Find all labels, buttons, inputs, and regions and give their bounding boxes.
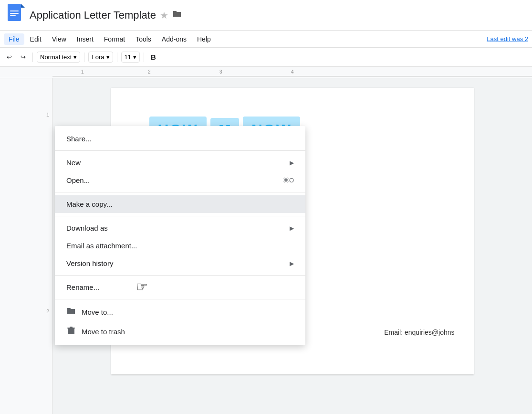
trash-icon [66,326,76,337]
dropdown-move-to[interactable]: Move to... [55,302,305,321]
doc-title[interactable]: Application Letter Template [30,9,156,21]
svg-rect-4 [10,15,16,16]
font-size-chevron: ▾ [133,53,136,61]
svg-marker-1 [21,4,25,8]
bold-button[interactable]: B [148,51,159,63]
toolbar-divider-3 [117,53,117,62]
app-icon [6,4,25,27]
page-number-1: 1 [46,112,49,117]
font-size-label: 11 [125,53,131,61]
dropdown-divider-2 [55,192,305,192]
doc-title-area: Application Letter Template ★ [30,9,526,21]
undo-button[interactable]: ↩ [4,52,15,63]
dropdown-move-to-trash[interactable]: Move to trash [55,321,305,341]
page-number-2: 2 [46,308,49,314]
svg-rect-0 [8,4,21,21]
last-edit-link[interactable]: Last edit was 2 [487,35,528,42]
menu-bar: File Edit View Insert Format Tools Add-o… [0,31,532,48]
main-area: 1 2 HOW NOW ail.com [0,78,532,414]
folder-move-icon [66,307,76,317]
svg-text:1: 1 [81,69,84,74]
svg-rect-3 [10,13,19,14]
folder-icon[interactable] [172,10,182,20]
toolbar-divider-4 [144,53,144,62]
dropdown-email-attachment-label: Email as attachment... [66,242,137,250]
file-dropdown: Share... New ▶ Open... ⌘O Make a copy...… [55,126,305,345]
svg-rect-17 [67,328,75,329]
dropdown-make-copy-label: Make a copy... [66,200,112,208]
dropdown-new[interactable]: New ▶ [55,154,305,171]
menu-insert[interactable]: Insert [72,33,98,45]
menu-addons[interactable]: Add-ons [157,33,191,45]
star-icon[interactable]: ★ [160,10,168,21]
svg-rect-15 [68,328,74,334]
paragraph-style-select[interactable]: Normal text ▾ [37,52,80,63]
dropdown-move-to-trash-label: Move to trash [82,328,125,336]
dropdown-email-attachment[interactable]: Email as attachment... [55,237,305,255]
dropdown-download-arrow: ▶ [290,225,294,232]
dropdown-share[interactable]: Share... [55,130,305,148]
svg-rect-2 [10,11,19,11]
dropdown-open[interactable]: Open... ⌘O [55,171,305,189]
dropdown-version-history[interactable]: Version history ▶ [55,255,305,272]
dropdown-version-history-label: Version history [66,259,113,267]
menu-help[interactable]: Help [192,33,216,45]
dropdown-new-arrow: ▶ [290,159,294,166]
dropdown-share-label: Share... [66,135,92,143]
paragraph-style-chevron: ▾ [73,53,77,61]
font-label: Lora [92,53,104,61]
dropdown-rename[interactable]: Rename... [55,278,305,296]
svg-text:3: 3 [219,69,222,74]
menu-view[interactable]: View [47,33,71,45]
left-sidebar: 1 2 [0,78,52,414]
svg-text:2: 2 [148,69,151,74]
dropdown-version-history-arrow: ▶ [290,260,294,267]
dropdown-rename-label: Rename... [66,283,99,291]
font-select[interactable]: Lora ▾ [88,52,113,63]
svg-text:4: 4 [291,69,294,74]
dropdown-make-copy[interactable]: Make a copy... [55,195,305,213]
dropdown-download-as[interactable]: Download as ▶ [55,219,305,237]
dropdown-download-as-label: Download as [66,224,108,232]
dropdown-divider-1 [55,150,305,151]
menu-file[interactable]: File [4,33,24,45]
dropdown-move-to-label: Move to... [82,308,113,316]
toolbar-divider-1 [32,53,33,62]
dropdown-open-shortcut: ⌘O [283,177,294,184]
top-bar: Application Letter Template ★ [0,0,532,31]
menu-tools[interactable]: Tools [131,33,156,45]
redo-button[interactable]: ↪ [18,52,29,63]
paragraph-style-label: Normal text [40,53,72,61]
toolbar-divider-2 [84,53,84,62]
font-size-select[interactable]: 11 ▾ [121,52,140,63]
menu-format[interactable]: Format [99,33,130,45]
font-chevron: ▾ [106,53,110,61]
dropdown-new-label: New [66,159,81,167]
ruler: 1 2 3 4 [0,67,532,78]
ruler-content: 1 2 3 4 [52,67,532,78]
dropdown-divider-3 [55,216,305,216]
dropdown-divider-4 [55,275,305,276]
dropdown-divider-5 [55,299,305,299]
doc-title-row: Application Letter Template ★ [30,9,526,21]
dropdown-open-label: Open... [66,176,90,184]
menu-edit[interactable]: Edit [25,33,46,45]
toolbar: ↩ ↪ Normal text ▾ Lora ▾ 11 ▾ B [0,48,532,67]
doc-email-bottom: Email: enquiries@johns [384,329,454,336]
